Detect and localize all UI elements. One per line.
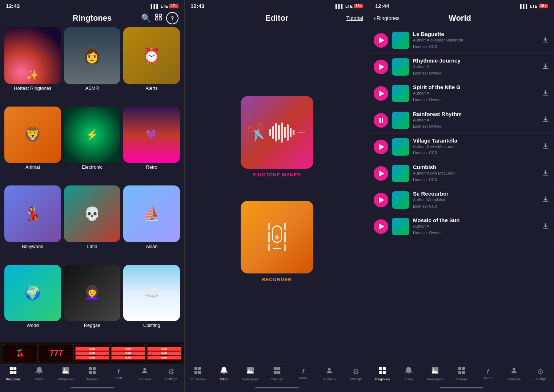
nav-editor-1[interactable]: Editor xyxy=(31,367,47,381)
song-author-village-tarantella: Author: Kevin MacLeodLicense: CC0 xyxy=(413,144,538,156)
song-thumb-village-tarantella xyxy=(392,138,409,156)
category-thumb-uplifting: ☁️ xyxy=(123,265,180,321)
song-title-mosaic-of-sun: Mosaic of the Sun xyxy=(413,217,538,223)
svg-rect-1 xyxy=(159,14,161,16)
nav-settings-2[interactable]: ⚙ Settings xyxy=(348,367,364,381)
nav-contacts-2[interactable]: Contacts xyxy=(321,367,337,381)
nav-editor-label-1: Editor xyxy=(35,377,44,381)
svg-rect-4 xyxy=(10,367,13,370)
nav-themes-1[interactable]: Themes xyxy=(84,367,100,381)
download-button-le-baguette[interactable] xyxy=(542,36,549,45)
ad-seven-icon: 7 xyxy=(54,348,58,358)
play-button-le-baguette[interactable] xyxy=(374,33,388,48)
nav-contacts-3[interactable]: Contacts xyxy=(506,367,522,381)
download-button-rainforest-rhythm[interactable] xyxy=(542,116,549,125)
download-button-cumbish[interactable] xyxy=(542,169,549,178)
ad-slot-777[interactable]: 7 7 7 xyxy=(39,344,73,362)
nav-editor-label-3: Editor xyxy=(405,377,413,381)
category-electronic[interactable]: ⚡ Electronic xyxy=(64,107,121,183)
category-thumb-alerts: ⏰ xyxy=(123,27,180,84)
category-alerts[interactable]: ⏰ Alerts xyxy=(123,27,180,104)
category-hottest[interactable]: ✨ Hottest Ringtones xyxy=(4,27,61,104)
search-button[interactable]: 🔍 xyxy=(141,13,151,23)
category-label-uplifting: Uplifting xyxy=(143,323,160,328)
nav-fonts-2[interactable]: f Fonts xyxy=(295,368,311,380)
nav-settings-icon-2: ⚙ xyxy=(353,367,359,376)
nav-fonts-label-1: Fonts xyxy=(115,376,123,380)
nav-settings-1[interactable]: ⚙ Settings xyxy=(163,367,179,381)
ad-slot-bar3[interactable]: BAR BAR BAR xyxy=(147,344,181,362)
category-latin[interactable]: 💀 Latin xyxy=(64,185,121,262)
category-world[interactable]: 🌍 World xyxy=(4,265,61,341)
play-button-spirit-of-nile[interactable] xyxy=(374,86,388,101)
nav-fonts-label-3: Fonts xyxy=(484,376,492,380)
network-label-3: LTE xyxy=(530,4,537,8)
nav-themes-2[interactable]: Themes xyxy=(269,367,285,381)
nav-wallpapers-3[interactable]: Wallpapers xyxy=(427,367,443,381)
nav-ringtones-2[interactable]: Ringtones xyxy=(190,367,206,381)
category-retro[interactable]: 💜 Retro xyxy=(123,107,180,183)
nav-fonts-1[interactable]: f Fonts xyxy=(111,368,127,380)
nav-ringtones-1[interactable]: Ringtones xyxy=(5,367,21,381)
nav-ringtones-label-3: Ringtones xyxy=(375,377,390,381)
back-button[interactable]: ‹ Ringtones xyxy=(374,15,400,22)
nav-editor-3[interactable]: Editor xyxy=(401,367,417,381)
tutorial-link[interactable]: Tutorial xyxy=(346,15,363,21)
song-info-rhythmic-journey: Rhythmic Journey Author: AILicense: Owne… xyxy=(413,57,538,76)
nav-wallpapers-2[interactable]: Wallpapers xyxy=(242,367,259,381)
play-button-mosaic-of-sun[interactable] xyxy=(374,219,388,234)
play-button-rainforest-rhythm[interactable] xyxy=(374,113,388,128)
nav-themes-label-1: Themes xyxy=(87,377,99,381)
download-button-rhythmic-journey[interactable] xyxy=(542,63,549,72)
song-thumb-inner-cumbish xyxy=(392,165,409,182)
screen1-title: Ringtones xyxy=(73,13,112,23)
nav-fonts-label-2: Fonts xyxy=(299,376,308,380)
svg-rect-21 xyxy=(274,367,277,370)
play-button-village-tarantella[interactable] xyxy=(374,140,388,154)
nav-editor-icon-1 xyxy=(35,367,43,376)
download-button-village-tarantella[interactable] xyxy=(542,142,549,151)
wave-bar-4 xyxy=(278,125,280,140)
nav-settings-3[interactable]: ⚙ Settings xyxy=(533,367,549,381)
svg-rect-12 xyxy=(89,371,92,374)
help-button[interactable]: ? xyxy=(166,12,178,24)
ringtone-maker-card[interactable]: ✂️ — xyxy=(241,96,313,169)
category-asmr[interactable]: 👩 ASMR xyxy=(64,27,121,104)
category-label-retro: Retro xyxy=(146,164,157,170)
download-button-spirit-of-nile[interactable] xyxy=(542,89,549,98)
ad-slot-bar2[interactable]: BAR BAR BAR xyxy=(111,344,145,362)
play-button-cumbish[interactable] xyxy=(374,166,388,181)
right-waves xyxy=(284,223,286,251)
svg-rect-22 xyxy=(277,367,280,370)
nav-ringtones-3[interactable]: Ringtones xyxy=(374,367,390,381)
status-time-1: 12:43 xyxy=(6,3,20,9)
nav-wallpapers-1[interactable]: Wallpapers xyxy=(58,367,74,381)
nav-fonts-3[interactable]: f Fonts xyxy=(480,368,496,380)
layers-button[interactable] xyxy=(154,13,162,23)
download-button-se-recourber[interactable] xyxy=(542,196,549,205)
song-item-village-tarantella: Village Tarantella Author: Kevin MacLeod… xyxy=(369,134,554,160)
ad-slot-bar1[interactable]: BAR BAR BAR xyxy=(75,344,109,362)
song-item-le-baguette: Le Baguette Author: Alexander NakaradaLi… xyxy=(369,27,554,54)
nav-ringtones-icon-2 xyxy=(194,367,202,376)
ad-slot-cherry[interactable]: 🍒 xyxy=(3,344,37,362)
category-asian[interactable]: ⛵ Asian xyxy=(123,185,180,262)
category-reggae[interactable]: 👩‍🦱 Reggae xyxy=(64,265,121,341)
header-icons-1: 🔍 ? xyxy=(141,12,178,24)
wave-bar-8 xyxy=(290,128,292,137)
play-button-rhythmic-journey[interactable] xyxy=(374,60,388,74)
song-title-le-baguette: Le Baguette xyxy=(413,31,538,37)
back-arrow-icon: ‹ xyxy=(374,15,376,22)
play-button-se-recourber[interactable] xyxy=(374,193,388,207)
recorder-card[interactable] xyxy=(241,201,313,273)
nav-settings-label-1: Settings xyxy=(165,377,177,381)
nav-editor-2[interactable]: Editor xyxy=(216,367,232,381)
svg-rect-7 xyxy=(13,371,16,374)
screen3-header: ‹ Ringtones World xyxy=(369,11,554,26)
nav-contacts-1[interactable]: Contacts xyxy=(137,367,153,381)
category-uplifting[interactable]: ☁️ Uplifting xyxy=(123,265,180,341)
download-button-mosaic-of-sun[interactable] xyxy=(542,222,549,231)
category-bollywood[interactable]: 💃 Bollywood xyxy=(4,185,61,262)
category-animal[interactable]: 🦁 Animal xyxy=(4,107,61,183)
nav-themes-3[interactable]: Themes xyxy=(454,367,470,381)
